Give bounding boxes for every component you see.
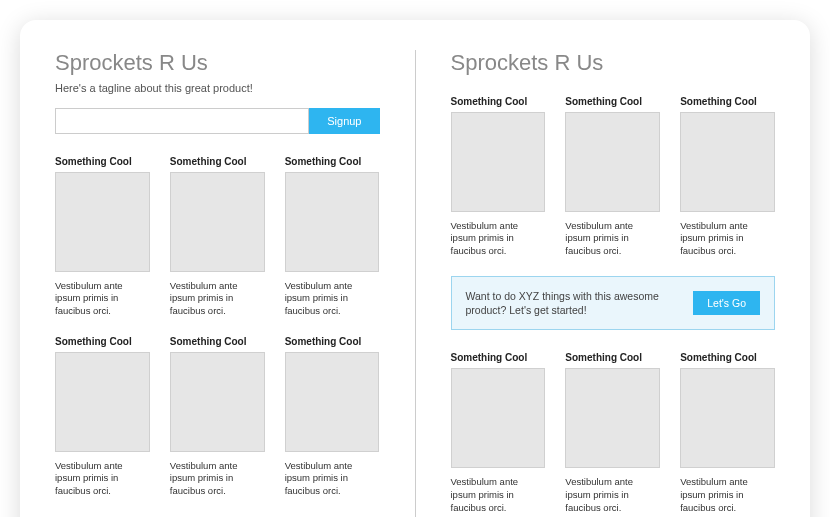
- pane-left: Sprockets R Us Here's a tagline about th…: [20, 50, 416, 517]
- cta-text: Want to do XYZ things with this awesome …: [466, 289, 678, 317]
- feature-card: Something Cool Vestibulum ante ipsum pri…: [285, 336, 380, 498]
- card-title: Something Cool: [55, 156, 150, 167]
- card-title: Something Cool: [55, 336, 150, 347]
- card-desc: Vestibulum ante ipsum primis in faucibus…: [285, 460, 380, 498]
- feature-card: Something Cool Vestibulum ante ipsum pri…: [451, 352, 546, 514]
- card-image-placeholder: [565, 368, 660, 468]
- cta-button[interactable]: Let's Go: [693, 291, 760, 315]
- feature-card: Something Cool Vestibulum ante ipsum pri…: [170, 336, 265, 498]
- card-title: Something Cool: [680, 96, 775, 107]
- card-title: Something Cool: [565, 352, 660, 363]
- feature-card: Something Cool Vestibulum ante ipsum pri…: [55, 336, 150, 498]
- card-title: Something Cool: [565, 96, 660, 107]
- card-desc: Vestibulum ante ipsum primis in faucibus…: [55, 280, 150, 318]
- card-desc: Vestibulum ante ipsum primis in faucibus…: [451, 220, 546, 258]
- feature-card: Something Cool Vestibulum ante ipsum pri…: [55, 156, 150, 318]
- card-desc: Vestibulum ante ipsum primis in faucibus…: [451, 476, 546, 514]
- card-title: Something Cool: [170, 156, 265, 167]
- signup-input[interactable]: [55, 108, 309, 134]
- card-desc: Vestibulum ante ipsum primis in faucibus…: [285, 280, 380, 318]
- card-image-placeholder: [55, 172, 150, 272]
- card-row: Something Cool Vestibulum ante ipsum pri…: [451, 352, 776, 514]
- card-image-placeholder: [285, 172, 380, 272]
- card-title: Something Cool: [451, 352, 546, 363]
- card-desc: Vestibulum ante ipsum primis in faucibus…: [565, 476, 660, 514]
- card-desc: Vestibulum ante ipsum primis in faucibus…: [680, 476, 775, 514]
- pane-right: Sprockets R Us Something Cool Vestibulum…: [416, 50, 811, 517]
- cta-callout: Want to do XYZ things with this awesome …: [451, 276, 776, 330]
- card-row: Something Cool Vestibulum ante ipsum pri…: [55, 156, 380, 318]
- card-image-placeholder: [680, 368, 775, 468]
- card-desc: Vestibulum ante ipsum primis in faucibus…: [680, 220, 775, 258]
- card-title: Something Cool: [680, 352, 775, 363]
- card-image-placeholder: [55, 352, 150, 452]
- feature-card: Something Cool Vestibulum ante ipsum pri…: [680, 352, 775, 514]
- card-image-placeholder: [170, 172, 265, 272]
- feature-card: Something Cool Vestibulum ante ipsum pri…: [170, 156, 265, 318]
- card-image-placeholder: [565, 112, 660, 212]
- card-row: Something Cool Vestibulum ante ipsum pri…: [55, 336, 380, 498]
- feature-card: Something Cool Vestibulum ante ipsum pri…: [565, 96, 660, 258]
- card-image-placeholder: [451, 112, 546, 212]
- page-title: Sprockets R Us: [55, 50, 380, 76]
- signup-form: Signup: [55, 108, 380, 134]
- card-title: Something Cool: [451, 96, 546, 107]
- card-title: Something Cool: [285, 336, 380, 347]
- card-image-placeholder: [451, 368, 546, 468]
- card-image-placeholder: [680, 112, 775, 212]
- feature-card: Something Cool Vestibulum ante ipsum pri…: [680, 96, 775, 258]
- feature-card: Something Cool Vestibulum ante ipsum pri…: [285, 156, 380, 318]
- card-desc: Vestibulum ante ipsum primis in faucibus…: [170, 460, 265, 498]
- signup-button[interactable]: Signup: [309, 108, 379, 134]
- card-row: Something Cool Vestibulum ante ipsum pri…: [451, 96, 776, 258]
- tagline: Here's a tagline about this great produc…: [55, 82, 380, 94]
- card-desc: Vestibulum ante ipsum primis in faucibus…: [565, 220, 660, 258]
- feature-card: Something Cool Vestibulum ante ipsum pri…: [565, 352, 660, 514]
- card-title: Something Cool: [170, 336, 265, 347]
- card-desc: Vestibulum ante ipsum primis in faucibus…: [170, 280, 265, 318]
- page-title: Sprockets R Us: [451, 50, 776, 76]
- card-image-placeholder: [170, 352, 265, 452]
- card-title: Something Cool: [285, 156, 380, 167]
- card-image-placeholder: [285, 352, 380, 452]
- feature-card: Something Cool Vestibulum ante ipsum pri…: [451, 96, 546, 258]
- mockup-frame: Sprockets R Us Here's a tagline about th…: [20, 20, 810, 517]
- card-desc: Vestibulum ante ipsum primis in faucibus…: [55, 460, 150, 498]
